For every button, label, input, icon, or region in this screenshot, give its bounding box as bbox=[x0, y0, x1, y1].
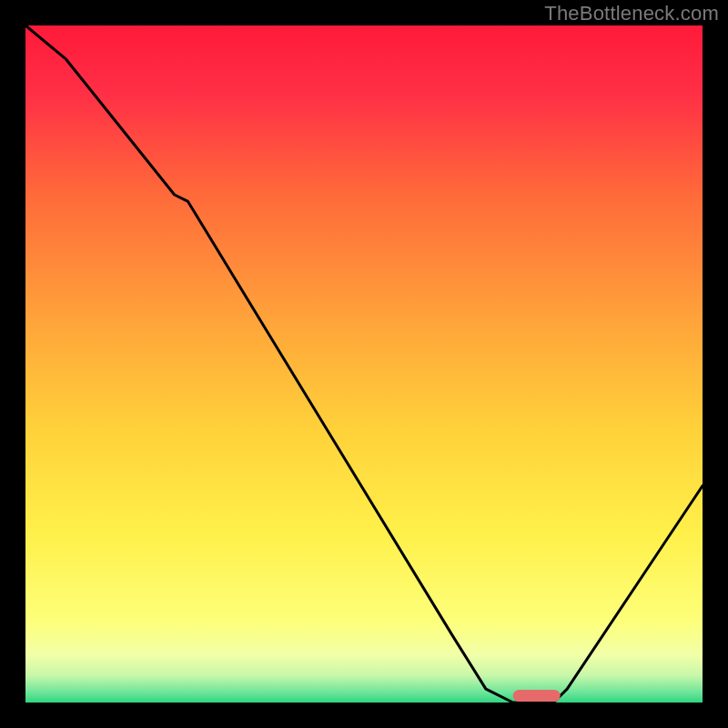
watermark-label: TheBottleneck.com bbox=[544, 2, 719, 25]
bottleneck-chart: TheBottleneck.com bbox=[0, 0, 728, 728]
chart-canvas bbox=[0, 0, 728, 728]
optimal-marker bbox=[513, 690, 561, 702]
svg-rect-1 bbox=[25, 25, 703, 703]
